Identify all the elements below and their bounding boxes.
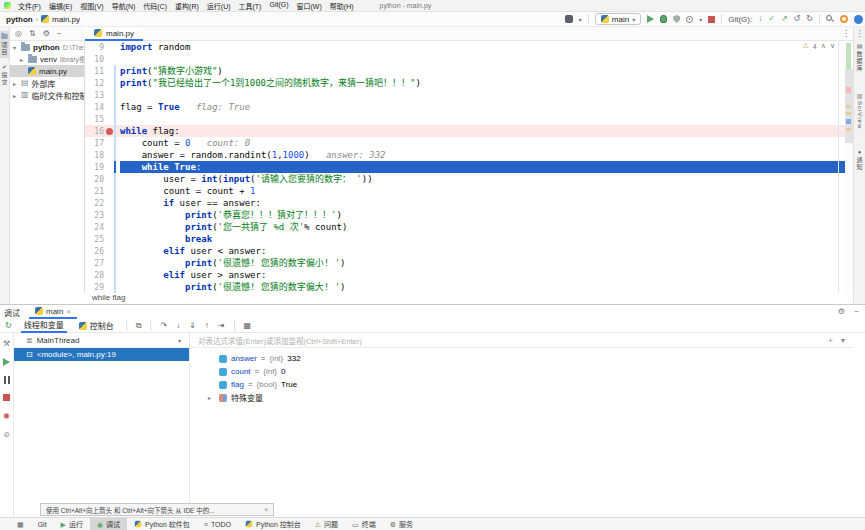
chevron-down-icon[interactable]: ▾ <box>841 336 845 345</box>
menu-item-9[interactable]: 窗口(W) <box>297 1 322 11</box>
line-number[interactable]: 9 <box>85 43 104 52</box>
hide-panel-icon[interactable]: − <box>854 307 859 316</box>
code-text[interactable]: while flag: <box>120 125 845 137</box>
breakpoint[interactable] <box>104 128 114 135</box>
locate-file-icon[interactable]: ◎ <box>15 29 22 38</box>
menu-item-0[interactable]: 文件(F) <box>18 1 41 11</box>
tab-main-py[interactable]: main.py <box>85 27 143 41</box>
code-text[interactable]: print("我已经给出了一个1到1000之间的随机数字，来猜一猜吧！！！") <box>120 77 845 89</box>
debug-session-tab[interactable]: main × <box>29 305 77 319</box>
stripe-item-项目[interactable]: 项目 <box>0 31 9 58</box>
menu-item-1[interactable]: 编辑(E) <box>49 1 72 11</box>
git-rollback-button[interactable]: ↻ <box>806 15 813 23</box>
line-number[interactable]: 12 <box>85 79 104 88</box>
code-text[interactable] <box>120 89 845 101</box>
code-line-15[interactable]: 15 <box>85 113 845 125</box>
rerun-icon[interactable]: ↻ <box>5 321 12 330</box>
stop-button[interactable] <box>3 394 10 401</box>
code-editor[interactable]: 9import random1011print("猜数字小游戏")12print… <box>85 41 845 293</box>
hide-panel-icon[interactable]: − <box>57 29 62 38</box>
menu-item-10[interactable]: 帮助(H) <box>330 1 354 11</box>
line-number[interactable]: 27 <box>85 259 104 268</box>
view-breakpoints-icon[interactable]: ◉ <box>3 411 10 420</box>
overflow-icon[interactable]: ⋮ <box>854 29 865 38</box>
tree-item-venv[interactable]: ▸venvlibrary根目 <box>10 53 84 65</box>
git-history-button[interactable]: ↺ <box>794 15 801 23</box>
line-number[interactable]: 17 <box>85 139 104 148</box>
code-text[interactable] <box>120 53 845 65</box>
inspection-widget[interactable]: ⚠ 4 ∧ ∨ <box>803 42 835 50</box>
line-number[interactable]: 18 <box>85 151 104 160</box>
code-line-27[interactable]: 27 print('很遗憾! 您猜的数字偏小! ') <box>85 257 845 269</box>
code-line-29[interactable]: 29 print('很遗憾! 您猜的数字偏大! ') <box>85 281 845 293</box>
special-variables-group[interactable]: ▸特殊变量 <box>208 391 853 404</box>
code-line-13[interactable]: 13 <box>85 89 845 101</box>
gear-icon[interactable]: ⚙ <box>838 307 845 316</box>
status-item-problems[interactable]: ⚠问题 <box>308 518 345 530</box>
status-item-services[interactable]: ⚙服务 <box>383 518 420 530</box>
gear-icon[interactable]: ⚙ <box>43 29 50 38</box>
code-line-11[interactable]: 11print("猜数字小游戏") <box>85 65 845 77</box>
line-number[interactable]: 16 <box>85 127 104 136</box>
code-line-28[interactable]: 28 elif user > answer: <box>85 269 845 281</box>
line-number[interactable]: 26 <box>85 247 104 256</box>
line-number[interactable]: 14 <box>85 103 104 112</box>
debug-button[interactable] <box>660 15 667 23</box>
breadcrumb-file[interactable]: main.py <box>52 15 80 24</box>
status-item-tool-windows[interactable]: ▦ <box>10 518 31 530</box>
watch-input[interactable]: 对表达式求值(Enter)或添加监视(Ctrl+Shift+Enter) + ▾ <box>190 333 853 348</box>
code-line-14[interactable]: 14flag = True flag: True <box>85 101 845 113</box>
code-with-me-icon[interactable] <box>840 15 848 23</box>
close-icon[interactable]: × <box>66 307 71 316</box>
git-commit-button[interactable]: ✓ <box>768 15 775 23</box>
thread-selector[interactable]: ≣ MainThread ▾ <box>14 333 189 348</box>
code-text[interactable]: while True: <box>120 161 845 173</box>
code-text[interactable]: print('很遗憾! 您猜的数字偏小! ') <box>120 257 845 269</box>
profiler-button[interactable] <box>686 16 693 23</box>
layout-settings-icon[interactable]: ⧉ <box>136 321 142 331</box>
code-line-18[interactable]: 18 answer = random.randint(1,1000) answe… <box>85 149 845 161</box>
code-text[interactable]: print('很遗憾! 您猜的数字偏大! ') <box>120 281 845 293</box>
variable-row-flag[interactable]: flag = {bool} True <box>208 378 853 391</box>
step-over-icon[interactable]: ↷ <box>160 321 167 330</box>
code-text[interactable] <box>120 113 845 125</box>
line-number[interactable]: 28 <box>85 271 104 280</box>
code-text[interactable]: count = count + 1 <box>120 185 845 197</box>
line-number[interactable]: 25 <box>85 235 104 244</box>
status-item-python-packages[interactable]: Python 软件包 <box>127 518 197 530</box>
line-number[interactable]: 15 <box>85 115 104 124</box>
variable-row-answer[interactable]: answer = {int} 332 <box>208 352 853 365</box>
status-item-git[interactable]: Git <box>31 518 54 530</box>
tree-item-外部库[interactable]: ▸▤外部库 <box>10 77 84 89</box>
line-number[interactable]: 29 <box>85 283 104 292</box>
evaluate-expression-icon[interactable]: ▦ <box>244 321 252 330</box>
chevron-down-icon[interactable]: ▾ <box>579 16 582 23</box>
stripe-item-SciView[interactable]: ▥SciView <box>854 93 865 129</box>
code-line-17[interactable]: 17 count = 0 count: 0 <box>85 137 845 149</box>
wrench-icon[interactable]: ⚒ <box>3 339 10 348</box>
status-item-debug[interactable]: ◉调试 <box>90 518 127 530</box>
status-item-todo[interactable]: ≡TODO <box>197 518 238 530</box>
code-line-21[interactable]: 21 count = count + 1 <box>85 185 845 197</box>
code-text[interactable]: user = int(input('请输入您要猜的数字： ')) <box>120 173 845 185</box>
line-number[interactable]: 22 <box>85 199 104 208</box>
stripe-item-数据库[interactable]: ▤数据库 <box>854 43 865 72</box>
step-out-icon[interactable]: ↑ <box>205 321 209 330</box>
menu-item-4[interactable]: 代码(C) <box>143 1 167 11</box>
mute-breakpoints-icon[interactable]: ⊘ <box>3 430 10 439</box>
status-item-python-console[interactable]: Python 控制台 <box>238 518 308 530</box>
code-text[interactable]: elif user > answer: <box>120 269 845 281</box>
code-line-20[interactable]: 20 user = int(input('请输入您要猜的数字： ')) <box>85 173 845 185</box>
code-line-23[interactable]: 23 print('恭喜您！！！猜对了！！！') <box>85 209 845 221</box>
run-to-cursor-icon[interactable]: ⇥ <box>218 321 225 330</box>
editor-breadcrumb[interactable]: while flag <box>85 293 845 304</box>
stop-button[interactable] <box>708 16 715 23</box>
run-configuration-select[interactable]: main ▾ <box>595 13 641 25</box>
code-line-16[interactable]: 16while flag: <box>85 125 845 137</box>
code-text[interactable]: import random <box>120 41 845 53</box>
add-watch-icon[interactable]: + <box>828 336 833 345</box>
force-step-into-icon[interactable]: ⇓ <box>189 321 196 330</box>
menu-item-6[interactable]: 运行(U) <box>207 1 231 11</box>
chevron-down-icon[interactable]: ▾ <box>699 16 702 23</box>
step-into-icon[interactable]: ↓ <box>176 321 180 330</box>
